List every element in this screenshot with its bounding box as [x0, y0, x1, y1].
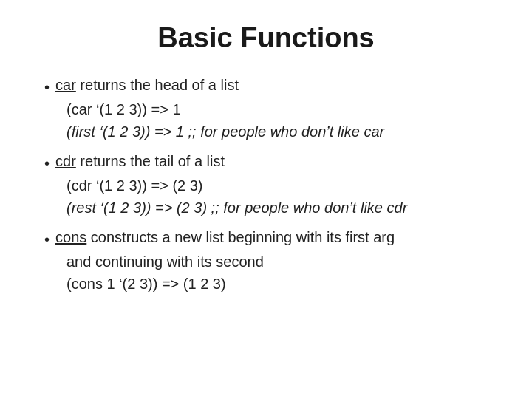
cdr-line-2: (rest ‘(1 2 3)) => (2 3) ;; for people w… [44, 197, 495, 218]
bullet-dot-cdr: • [44, 153, 50, 174]
keyword-cdr: cdr [55, 153, 76, 169]
cdr-line-1: (cdr ‘(1 2 3)) => (2 3) [44, 175, 495, 196]
slide: Basic Functions • car returns the head o… [0, 0, 532, 399]
bullet-group-cdr: • cdr returns the tail of a list (cdr ‘(… [44, 151, 495, 219]
car-line-2: (first ‘(1 2 3)) => 1 ;; for people who … [44, 121, 495, 142]
bullet-text-cdr: cdr returns the tail of a list [55, 151, 495, 171]
bullet-text-car: car returns the head of a list [55, 75, 495, 95]
cdr-text-after: returns the tail of a list [76, 153, 225, 169]
keyword-cons: cons [55, 229, 86, 245]
content-area: • car returns the head of a list (car ‘(… [37, 75, 495, 377]
bullet-item-cons: • cons constructs a new list beginning w… [44, 227, 495, 250]
bullet-dot-cons: • [44, 229, 50, 250]
bullet-item-car: • car returns the head of a list [44, 75, 495, 98]
cons-continuation: and continuing with its second [44, 251, 495, 272]
cons-text-after: constructs a new list beginning with its… [86, 229, 395, 245]
bullet-text-cons: cons constructs a new list beginning wit… [55, 227, 495, 248]
slide-title: Basic Functions [37, 22, 495, 54]
bullet-dot-car: • [44, 77, 50, 98]
bullet-item-cdr: • cdr returns the tail of a list [44, 151, 495, 174]
cons-line-1: (cons 1 ‘(2 3)) => (1 2 3) [44, 273, 495, 294]
car-text-after: returns the head of a list [76, 77, 239, 93]
bullet-group-car: • car returns the head of a list (car ‘(… [44, 75, 495, 143]
car-line-1: (car ‘(1 2 3)) => 1 [44, 99, 495, 120]
keyword-car: car [55, 77, 76, 93]
bullet-group-cons: • cons constructs a new list beginning w… [44, 227, 495, 296]
